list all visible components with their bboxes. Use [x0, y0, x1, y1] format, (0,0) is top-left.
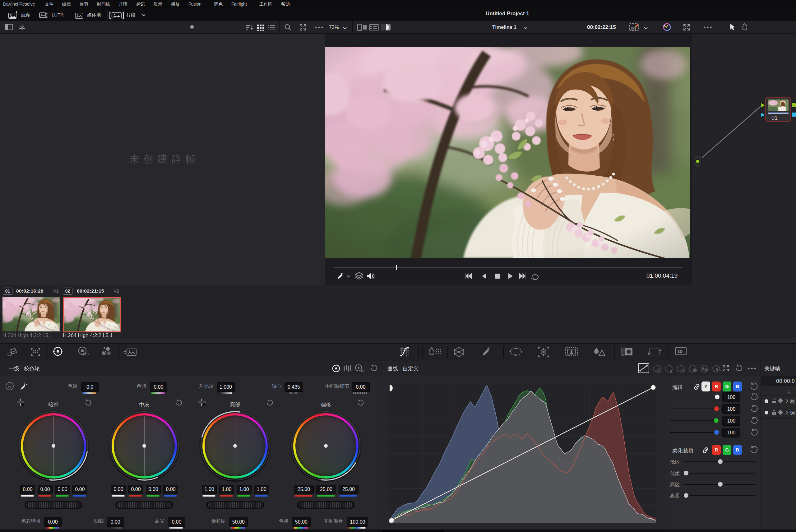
svg-text:A: A [8, 384, 11, 389]
svg-text:01: 01 [772, 115, 778, 121]
svg-text:HDR: HDR [83, 353, 89, 356]
svg-text:3D: 3D [678, 349, 683, 354]
svg-text:LOG: LOG [359, 370, 364, 373]
svg-text:PXY: PXY [631, 28, 636, 30]
